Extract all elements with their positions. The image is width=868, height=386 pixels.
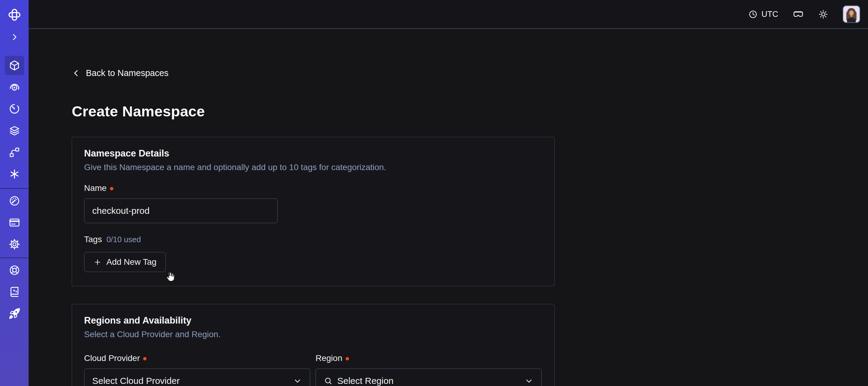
card-subtitle: Select a Cloud Provider and Region.: [84, 329, 542, 339]
temporal-logo-icon[interactable]: [7, 8, 22, 22]
back-to-namespaces-link[interactable]: Back to Namespaces: [72, 68, 168, 78]
required-dot: [143, 357, 147, 360]
add-new-tag-label: Add New Tag: [106, 257, 156, 267]
sidebar-item-getting-started[interactable]: [5, 304, 24, 323]
sidebar-item-timer[interactable]: [5, 99, 24, 119]
gauge-icon: [8, 195, 21, 207]
sun-icon: [818, 9, 828, 19]
branch-icon: [8, 146, 21, 158]
card-title: Regions and Availability: [84, 315, 542, 327]
namespace-details-card: Namespace Details Give this Namespace a …: [72, 137, 555, 286]
region-label: Region: [315, 353, 342, 363]
topbar: UTC: [29, 0, 868, 29]
tags-label: Tags: [84, 235, 102, 244]
region-select-value: Select Region: [337, 376, 394, 386]
name-label: Name: [84, 183, 107, 193]
page-title: Create Namespace: [72, 103, 868, 120]
sidebar: [0, 0, 29, 386]
timezone-label: UTC: [762, 10, 778, 19]
sidebar-item-support[interactable]: [5, 261, 24, 280]
clock-icon: [748, 10, 758, 19]
lifebuoy-icon: [8, 264, 21, 276]
gear-icon: [8, 238, 21, 250]
namespace-name-input[interactable]: [84, 199, 278, 223]
required-dot: [110, 187, 113, 190]
sidebar-item-asterisk[interactable]: [5, 165, 24, 184]
required-dot: [346, 357, 349, 360]
credit-card-icon: [8, 216, 21, 229]
chevron-down-icon: [293, 376, 302, 385]
sidebar-divider: [0, 258, 29, 258]
layers-icon: [8, 124, 21, 137]
theme-toggle-button[interactable]: [818, 9, 828, 19]
regions-availability-card: Regions and Availability Select a Cloud …: [72, 304, 555, 386]
search-icon: [324, 376, 333, 385]
chevron-down-icon: [524, 376, 533, 385]
sidebar-divider: [0, 188, 29, 189]
sidebar-item-docs[interactable]: [5, 282, 24, 302]
sidebar-expand-chevron-icon[interactable]: [10, 33, 19, 41]
add-new-tag-button[interactable]: Add New Tag: [84, 252, 166, 272]
timer-icon: [8, 103, 21, 115]
card-subtitle: Give this Namespace a name and optionall…: [84, 162, 542, 173]
user-avatar[interactable]: [843, 5, 860, 23]
sidebar-item-spiral[interactable]: [5, 78, 24, 97]
sidebar-item-settings[interactable]: [5, 235, 24, 254]
book-sparkles-icon: [8, 286, 21, 298]
spiral-icon: [8, 81, 21, 93]
card-title: Namespace Details: [84, 147, 542, 159]
region-select[interactable]: Select Region: [315, 368, 541, 386]
cloud-provider-select-value: Select Cloud Provider: [92, 376, 180, 386]
sidebar-item-layers[interactable]: [5, 121, 24, 140]
sidebar-item-branch[interactable]: [5, 143, 24, 162]
glasses-icon: [793, 9, 804, 20]
labs-glasses-button[interactable]: [793, 9, 804, 20]
cube-icon: [8, 59, 21, 71]
avatar-image: [843, 6, 860, 22]
main-content: Back to Namespaces Create Namespace Name…: [29, 30, 868, 386]
asterisk-icon: [8, 168, 21, 180]
chevron-left-icon: [72, 69, 81, 78]
plus-icon: [93, 258, 101, 266]
timezone-button[interactable]: UTC: [748, 10, 778, 19]
sidebar-item-usage[interactable]: [5, 191, 24, 210]
cloud-provider-select[interactable]: Select Cloud Provider: [84, 368, 310, 386]
rocket-icon: [8, 307, 21, 320]
tags-usage-counter: 0/10 used: [106, 235, 141, 244]
cloud-provider-label: Cloud Provider: [84, 353, 140, 363]
back-link-label: Back to Namespaces: [86, 68, 168, 78]
sidebar-item-billing[interactable]: [5, 213, 24, 232]
sidebar-item-namespaces[interactable]: [5, 56, 24, 75]
